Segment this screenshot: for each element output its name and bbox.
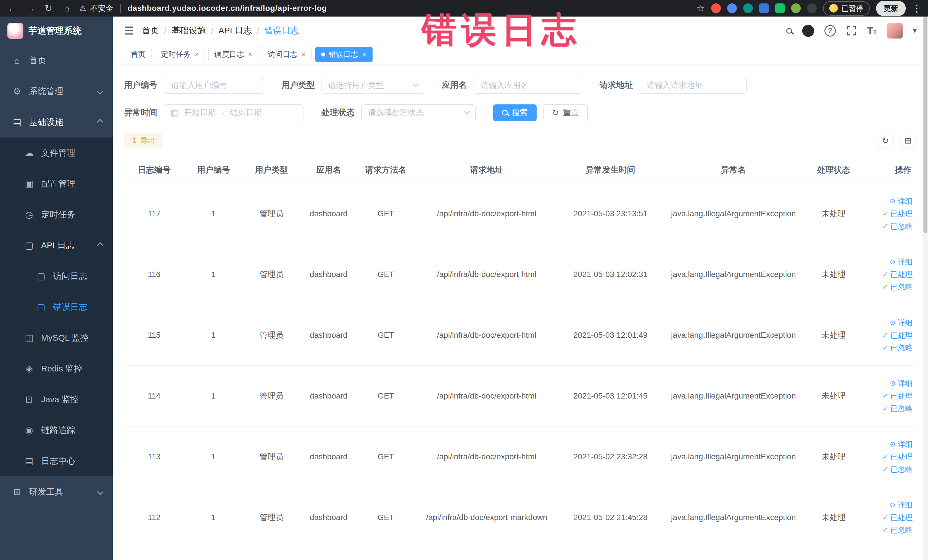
- back-icon[interactable]: ←: [6, 3, 18, 14]
- column-header-user-type: 用户类型: [243, 157, 300, 183]
- sidebar-item-error-log[interactable]: ▢ 错误日志: [0, 291, 113, 322]
- cell-exception: java.lang.IllegalArgumentException: [662, 426, 805, 487]
- mark-processed-link[interactable]: ✓已处理: [864, 208, 913, 220]
- mark-ignored-link[interactable]: ✓已忽略: [864, 220, 913, 232]
- detail-link[interactable]: ⊙详细: [864, 499, 913, 511]
- browser-menu-icon[interactable]: ⋮: [912, 3, 922, 14]
- sidebar-item-log-center[interactable]: ▤ 日志中心: [0, 446, 113, 476]
- close-tab-icon[interactable]: ×: [301, 50, 305, 59]
- sidebar-item-infrastructure[interactable]: ▤ 基础设施: [0, 107, 113, 137]
- process-status-select[interactable]: 请选择处理状态: [362, 104, 476, 121]
- mark-processed-link[interactable]: ✓已处理: [864, 329, 913, 342]
- page-scrollbar[interactable]: [923, 17, 928, 560]
- date-range-picker[interactable]: ▦ 开始日期 - 结束日期: [164, 104, 304, 121]
- help-icon[interactable]: ?: [824, 25, 836, 37]
- breadcrumb-item[interactable]: API 日志: [218, 25, 252, 37]
- sidebar-item-label: 配置管理: [41, 178, 75, 190]
- refresh-button[interactable]: ↻: [877, 132, 894, 149]
- sidebar-item-access-log[interactable]: ▢ 访问日志: [0, 261, 113, 291]
- app-name-input[interactable]: [473, 77, 582, 93]
- fullscreen-icon[interactable]: [846, 25, 857, 36]
- bookmark-star-icon[interactable]: ☆: [697, 3, 705, 14]
- table-row: 1151管理员dashboardGET/api/infra/db-doc/exp…: [124, 305, 917, 366]
- cell-method: GET: [357, 426, 415, 487]
- sidebar-item-dev-tools[interactable]: ⊞ 研发工具: [0, 476, 113, 507]
- avatar-caret-icon[interactable]: ▾: [913, 26, 917, 35]
- mark-ignored-link[interactable]: ✓已忽略: [864, 281, 913, 293]
- address-bar[interactable]: dashboard.yudao.iocoder.cn/infra/log/api…: [128, 4, 327, 13]
- tab-schedule-log[interactable]: 调度日志 ×: [208, 47, 258, 62]
- sidebar-item-file-management[interactable]: ☁ 文件管理: [0, 137, 113, 168]
- extension-icon[interactable]: [727, 3, 737, 13]
- detail-link[interactable]: ⊙详细: [864, 316, 913, 329]
- github-icon[interactable]: [802, 25, 814, 37]
- sidebar-item-label: API 日志: [41, 240, 75, 251]
- request-url-input[interactable]: [640, 77, 746, 93]
- scrollbar-thumb[interactable]: [923, 17, 927, 233]
- reload-icon[interactable]: ↻: [43, 3, 54, 14]
- detail-link[interactable]: ⊙详细: [864, 377, 913, 390]
- extension-icon[interactable]: [775, 3, 785, 13]
- update-button[interactable]: 更新: [876, 1, 906, 16]
- detail-link[interactable]: ⊙详细: [864, 195, 913, 208]
- filter-user-type: 用户类型 请选择用户类型: [282, 77, 424, 93]
- sidebar-item-java-monitor[interactable]: ⊡ Java 监控: [0, 384, 113, 415]
- extension-icon[interactable]: [759, 3, 769, 13]
- column-settings-button[interactable]: ⊞: [899, 132, 917, 149]
- cell-url: /api/infra/db-doc/export-html: [415, 244, 559, 305]
- extensions-puzzle-icon[interactable]: [807, 3, 817, 13]
- close-tab-icon[interactable]: ×: [362, 50, 366, 59]
- extension-icon[interactable]: [743, 3, 753, 13]
- tab-home[interactable]: 首页: [125, 47, 151, 62]
- filter-label: 用户类型: [282, 79, 314, 91]
- breadcrumb-item[interactable]: 基础设施: [171, 25, 206, 37]
- sidebar-item-redis-monitor[interactable]: ◈ Redis 监控: [0, 353, 113, 384]
- sidebar-item-mysql-monitor[interactable]: ◫ MySQL 监控: [0, 322, 113, 353]
- mark-ignored-link[interactable]: ✓已忽略: [864, 463, 913, 476]
- search-icon[interactable]: [786, 28, 792, 34]
- cell-user-id: 1: [184, 426, 243, 487]
- check-icon: ✓: [882, 450, 888, 463]
- sidebar-item-home[interactable]: ⌂ 首页: [0, 45, 113, 76]
- detail-link[interactable]: ⊙详细: [864, 438, 913, 450]
- security-indicator[interactable]: ⚠ 不安全: [79, 3, 113, 14]
- table-tools: ↻ ⊞: [877, 132, 917, 149]
- mark-ignored-link[interactable]: ✓已忽略: [864, 524, 913, 536]
- export-button[interactable]: ↥ 导出: [124, 133, 162, 148]
- forward-icon[interactable]: →: [24, 3, 36, 14]
- home-icon: ⌂: [11, 55, 23, 66]
- tab-error-log[interactable]: 错误日志 ×: [315, 47, 372, 62]
- collapse-sidebar-icon[interactable]: ☰: [124, 24, 134, 37]
- app-logo[interactable]: 芋道管理系统: [0, 17, 113, 45]
- sidebar-item-config-management[interactable]: ▣ 配置管理: [0, 168, 113, 199]
- close-tab-icon[interactable]: ×: [248, 50, 252, 59]
- tab-access-log[interactable]: 访问日志 ×: [262, 47, 311, 62]
- tab-scheduled-tasks[interactable]: 定时任务 ×: [155, 47, 205, 62]
- reset-button[interactable]: ↻ 重置: [543, 104, 588, 121]
- sidebar-item-scheduled-tasks[interactable]: ◷ 定时任务: [0, 199, 113, 230]
- mark-processed-link[interactable]: ✓已处理: [864, 268, 913, 281]
- detail-link[interactable]: ⊙详细: [864, 256, 913, 268]
- sidebar-item-system-management[interactable]: ⚙ 系统管理: [0, 76, 113, 107]
- user-id-input[interactable]: [164, 77, 264, 93]
- mark-ignored-link[interactable]: ✓已忽略: [864, 402, 913, 415]
- user-type-select[interactable]: 请选择用户类型: [322, 77, 424, 93]
- font-size-icon[interactable]: TT: [867, 25, 877, 36]
- mark-ignored-link[interactable]: ✓已忽略: [864, 342, 913, 354]
- cell-method: GET: [357, 487, 415, 548]
- breadcrumb-item[interactable]: 首页: [142, 25, 159, 37]
- extension-icon[interactable]: [791, 3, 801, 13]
- extension-icon[interactable]: [711, 3, 721, 13]
- paused-button[interactable]: 已暂停: [823, 1, 870, 16]
- close-tab-icon[interactable]: ×: [195, 50, 199, 59]
- sidebar-item-link-tracing[interactable]: ◉ 链路追踪: [0, 415, 113, 446]
- mark-processed-link[interactable]: ✓已处理: [864, 450, 913, 463]
- sidebar-item-api-logs[interactable]: ▢ API 日志: [0, 230, 113, 261]
- mark-processed-link[interactable]: ✓已处理: [864, 390, 913, 402]
- user-avatar[interactable]: [887, 23, 903, 38]
- search-button[interactable]: 搜索: [493, 104, 537, 121]
- browser-home-icon[interactable]: ⌂: [61, 3, 72, 14]
- profile-face-icon: [829, 4, 838, 12]
- column-header-exception-time: 异常发生时间: [559, 157, 662, 183]
- mark-processed-link[interactable]: ✓已处理: [864, 511, 913, 524]
